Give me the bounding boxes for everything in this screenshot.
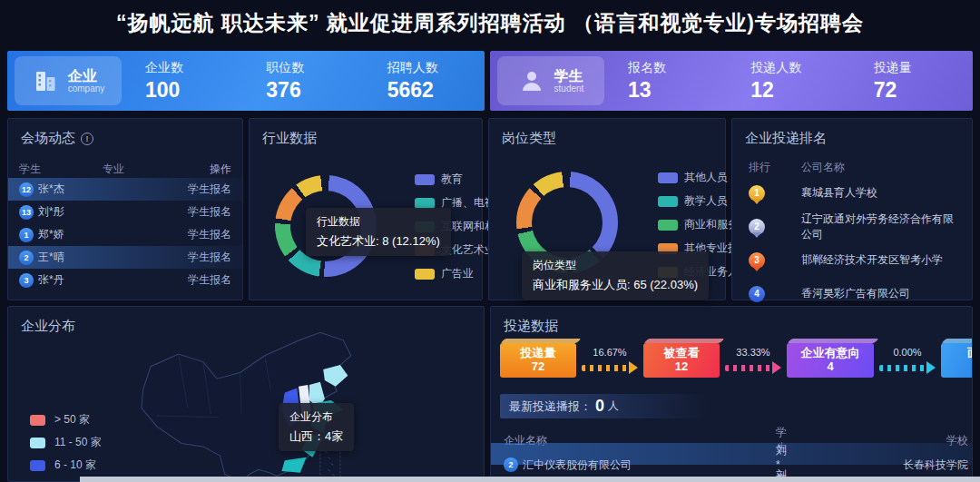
map-title: 企业分布 [21, 318, 75, 335]
arrow-icon [772, 361, 781, 374]
row-badge: 13 [19, 205, 34, 220]
ranking-row[interactable]: 2 辽宁政通对外劳务经济合作有限公司 [732, 210, 972, 243]
row-action[interactable]: 学生报名 [166, 250, 231, 265]
funnel-step-viewed[interactable]: 被查看12 [643, 343, 720, 378]
row-badge: 12 [19, 182, 34, 197]
student-stats-card: 学生 student 报名数 13 投递人数 12 投递量 72 [490, 51, 973, 111]
conversion-arrow: 0.00% [874, 347, 941, 374]
student-label: 学生 [554, 68, 584, 84]
info-icon[interactable]: ! [81, 133, 93, 145]
company-sublabel: company [68, 84, 105, 93]
venue-activity-panel: 会场动态 ! 学生 专业 操作 12张*杰 学生报名 13刘*彤 学生报名 1郑… [7, 118, 243, 300]
china-map[interactable] [126, 323, 380, 477]
map-tooltip: 企业分布 山西：4家 [279, 403, 354, 451]
ranking-row[interactable]: 1 襄城县育人学校 [732, 176, 972, 210]
company-label: 企业 [68, 68, 105, 84]
table-row[interactable]: 1郑*娇 学生报名 [8, 223, 242, 246]
legend-item[interactable]: 11 - 50 家 [30, 435, 102, 450]
ranking-row[interactable]: 3 邯郸经济技术开发区智考小学 [732, 243, 972, 277]
row-action[interactable]: 学生报名 [166, 204, 231, 220]
row-action[interactable]: 学生报名 [166, 227, 231, 242]
delivery-table-header: 企业名称 学生 学校 [491, 425, 972, 443]
funnel-step-interested[interactable]: 企业有意向4 [787, 343, 874, 378]
position-type-panel: 岗位类型 其他人员 教学人员 商业和服务业... 其他专业技术... 经济业务人… [488, 118, 726, 300]
taskbar-edge [80, 477, 980, 482]
industry-tooltip: 行业数据 文化艺术业: 8 (12.12%) [306, 208, 451, 256]
company-distribution-panel: 企业分布 > 50 家 11 - 50 家 6 - 10 家 1 - 5 家 企… [7, 306, 485, 482]
stat-deliver-people: 投递人数 12 [727, 60, 849, 103]
stat-signup-count: 报名数 13 [604, 60, 727, 103]
industry-panel: 行业数据 教育 广播、电视、... 互联网和相关... 文化艺术业... 广告业… [249, 118, 483, 300]
ranking-header: 排行公司名称 [732, 158, 972, 176]
stat-position-count: 职位数 376 [242, 60, 363, 103]
venue-table-header: 学生 专业 操作 [8, 160, 242, 178]
table-row[interactable]: 12张*杰 学生报名 [8, 178, 242, 201]
building-icon [32, 67, 59, 94]
company-name: 襄城县育人学校 [801, 185, 956, 201]
arrow-icon [629, 361, 638, 374]
table-row[interactable]: 13刘*彤 学生报名 [8, 201, 242, 223]
delivery-title: 投递数据 [504, 318, 558, 335]
person-icon [518, 67, 545, 94]
position-tooltip: 岗位类型 商业和服务业人员: 65 (22.03%) [522, 251, 709, 300]
student-name: 张*杰 [38, 182, 64, 197]
map-legend: > 50 家 11 - 50 家 6 - 10 家 1 - 5 家 [30, 412, 102, 482]
conversion-arrow: 16.67% [576, 347, 643, 374]
row-action[interactable]: 学生报名 [166, 272, 231, 288]
delivery-data-panel: 投递数据 投递量72 16.67% 被查看12 33.33% 企业有意向4 0.… [490, 306, 973, 482]
company-icon-tile: 企业 company [15, 56, 122, 105]
legend-item[interactable]: 6 - 10 家 [30, 457, 102, 473]
bronze-medal-icon: 3 [749, 252, 765, 269]
rank-badge: 4 [749, 286, 765, 302]
student-icon-tile: 学生 student [497, 56, 604, 105]
student-sublabel: student [554, 84, 584, 93]
venue-activity-title: 会场动态 ! [8, 119, 242, 147]
table-row[interactable]: 2王*晴 学生报名 [8, 246, 242, 269]
student-name: 郑*娇 [38, 227, 64, 242]
arrow-icon [926, 361, 936, 374]
table-row[interactable]: 3张*丹 学生报名 [8, 269, 242, 291]
company-stats-card: 企业 company 企业数 100 职位数 376 招聘人数 5662 [7, 51, 485, 111]
table-row[interactable]: 2汇中仪表股份有限公司 刘*梅 长春科技学院 [491, 443, 972, 465]
ranking-title: 企业投递排名 [745, 130, 827, 147]
ranking-panel: 企业投递排名 排行公司名称 1 襄城县育人学校 2 辽宁政通对外劳务经济合作有限… [731, 118, 973, 300]
row-action[interactable]: 学生报名 [166, 182, 231, 197]
row-badge: 1 [19, 228, 34, 242]
stat-company-count: 企业数 100 [122, 60, 242, 103]
gold-medal-icon: 1 [749, 185, 765, 202]
delivery-funnel: 投递量72 16.67% 被查看12 33.33% 企业有意向4 0.00% 面… [500, 343, 966, 378]
student-name: 刘*彤 [38, 204, 64, 220]
page-title: “扬帆远航 职达未来” 就业促进周系列招聘活动 （语言和视觉专业)专场招聘会 [0, 9, 980, 37]
stat-recruit-count: 招聘人数 5662 [364, 60, 485, 103]
row-badge: 3 [19, 273, 34, 288]
legend-item[interactable]: > 50 家 [30, 412, 102, 428]
latest-delivery-broadcast: 最新投递播报： 0 人 [500, 394, 709, 418]
company-name: 辽宁政通对外劳务经济合作有限公司 [801, 211, 956, 242]
dashboard: “扬帆远航 职达未来” 就业促进周系列招聘活动 （语言和视觉专业)专场招聘会 企… [0, 0, 980, 482]
company-name: 邯郸经济技术开发区智考小学 [801, 252, 956, 268]
funnel-step-interview[interactable]: 面试0 [941, 343, 973, 378]
company-name: 香河昊彩广告有限公司 [801, 286, 956, 301]
row-badge: 2 [19, 251, 34, 265]
silver-medal-icon: 2 [749, 219, 765, 235]
funnel-step-delivered[interactable]: 投递量72 [500, 343, 576, 378]
student-name: 张*丹 [38, 272, 64, 288]
student-name: 王*晴 [38, 250, 64, 265]
industry-title: 行业数据 [262, 130, 317, 147]
position-title: 岗位类型 [502, 130, 556, 147]
stat-deliver-volume: 投递量 72 [850, 60, 973, 103]
conversion-arrow: 33.33% [720, 347, 787, 374]
